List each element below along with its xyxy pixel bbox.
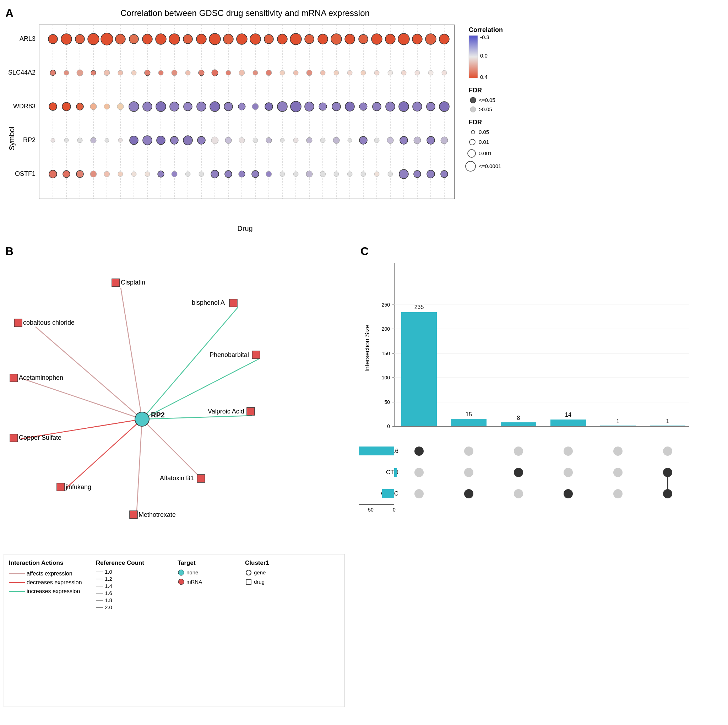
bubble-wdr-19 [305, 102, 314, 111]
bubble-arl3-10 [183, 34, 193, 44]
bubble-wdr-29 [439, 102, 449, 112]
bubble-ostf-22 [347, 171, 352, 177]
svg-rect-69 [3, 554, 344, 707]
dot-2-ctd [464, 468, 473, 477]
legend-target-mrna-circle [178, 579, 184, 585]
legend-affects-label: affects expression [27, 571, 72, 577]
bubble-rp2-25 [387, 137, 393, 144]
bubble-rp2-3 [90, 138, 96, 143]
bubble-arl3-25 [385, 34, 395, 44]
dot-6-cgp [663, 447, 672, 456]
dot-5-gdsc [613, 489, 622, 499]
bubble-wdr-15 [252, 103, 258, 110]
bubble-rp2-27 [414, 137, 421, 144]
bubble-slc-15 [253, 70, 258, 75]
bubble-ostf-16 [266, 171, 272, 177]
bubble-arl3-9 [169, 34, 180, 44]
bubble-rp2-8 [157, 136, 165, 145]
bubble-arl3-22 [345, 34, 355, 44]
edge-cobaltous [35, 327, 142, 419]
bubble-arl3-11 [196, 34, 206, 44]
bubble-arl3-4 [101, 33, 113, 45]
fdr-size-1: 0.05 [479, 129, 489, 135]
bubble-arl3-13 [223, 34, 233, 44]
legend-cluster-title: Cluster1 [245, 560, 269, 566]
legend-cluster-drug-square [246, 580, 251, 585]
fdr-size-4: <=0.0001 [479, 163, 501, 169]
svg-text:250: 250 [382, 302, 390, 307]
bubble-wdr-5 [117, 103, 124, 110]
bubble-arl3-15 [250, 34, 261, 44]
bubble-slc-12 [212, 70, 218, 76]
bubble-wdr-11 [197, 102, 206, 111]
bubble-slc-23 [361, 70, 366, 75]
bubble-slc-27 [415, 70, 420, 75]
bubble-ostf-23 [361, 171, 366, 177]
corr-val-zero: 0.0 [480, 53, 488, 59]
bubble-slc-29 [442, 70, 447, 75]
bubble-rp2-4 [105, 138, 109, 142]
bubble-wdr-28 [427, 102, 435, 111]
fdr-color-legend-title: FDR [469, 87, 482, 94]
bubble-rp2-15 [253, 138, 258, 143]
bubble-slc-4 [104, 70, 110, 76]
edge-cisplatin [121, 288, 142, 419]
x-axis-label: Drug [237, 225, 252, 232]
svg-text:100: 100 [382, 375, 390, 381]
bubble-arl3-6 [129, 34, 139, 44]
hbar-ctd [394, 468, 397, 477]
bubble-ostf-25 [388, 171, 393, 177]
bubble-rp2-17 [280, 138, 284, 142]
bubble-wdr-27 [413, 102, 422, 111]
node-cisplatin [112, 279, 120, 287]
svg-point-66 [470, 139, 475, 145]
bubble-slc-3 [91, 70, 96, 75]
bubble-rp2-21 [333, 137, 340, 144]
bubble-ostf-19 [306, 171, 312, 177]
bar-1 [401, 312, 437, 426]
bar-5 [600, 425, 636, 426]
bubble-ostf-2 [76, 170, 83, 177]
bubble-arl3-8 [156, 34, 166, 44]
node-rp2 [135, 412, 149, 426]
gene-label-slc44a2: SLC44A2 [8, 69, 35, 76]
bubble-ostf-3 [90, 171, 96, 177]
bubble-arl3-26 [398, 34, 410, 45]
bubble-arl3-29 [439, 34, 449, 44]
refcount-val-2: 1.2 [105, 576, 112, 582]
bubble-wdr-22 [345, 102, 355, 111]
bubble-wdr-16 [265, 102, 273, 110]
bubble-slc-20 [320, 70, 325, 75]
bubble-slc-11 [199, 70, 204, 76]
bubble-ostf-20 [320, 171, 326, 177]
fdr-le: <=0.05 [479, 97, 496, 103]
legend-cluster-gene-circle [246, 570, 251, 575]
bar-6 [650, 425, 685, 426]
bubble-slc-8 [158, 70, 164, 75]
legend-target-none-label: none [187, 569, 198, 575]
dot-4-ctd [564, 468, 573, 477]
node-jinfukang-label: jinfukang [65, 483, 91, 491]
bubble-arl3-21 [331, 34, 342, 44]
node-copper [10, 434, 18, 442]
bubble-ostf-11 [199, 171, 204, 177]
bubble-slc-14 [239, 70, 245, 76]
node-valproic [247, 407, 255, 415]
bubble-wdr-24 [373, 102, 381, 111]
bubble-arl3-16 [264, 34, 274, 44]
bubble-ostf-9 [171, 171, 177, 177]
bubble-slc-13 [226, 70, 231, 75]
bubble-slc-5 [118, 70, 123, 75]
bubble-ostf-7 [145, 171, 150, 177]
bubble-rp2-23 [359, 136, 367, 144]
legend-target-mrna-label: mRNA [187, 579, 202, 585]
node-methotrexate [130, 511, 138, 519]
svg-point-65 [471, 130, 475, 134]
node-phenobarbital [252, 351, 260, 359]
node-aflatoxin-label: Aflatoxin B1 [160, 474, 194, 482]
gene-label-rp2: RP2 [23, 136, 35, 144]
dot-5-ctd [613, 468, 622, 477]
svg-text:200: 200 [382, 326, 390, 332]
bubble-arl3-7 [142, 34, 152, 44]
bubble-ostf-27 [414, 170, 421, 177]
